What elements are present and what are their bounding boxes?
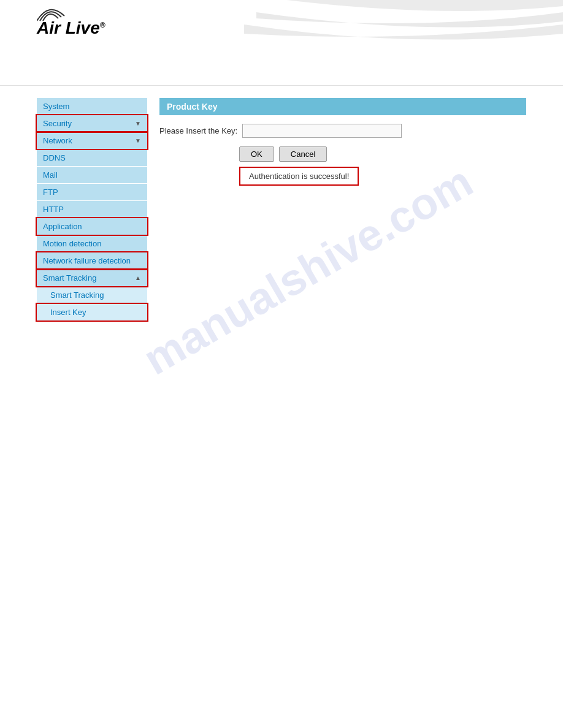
- sidebar-item-http[interactable]: HTTP: [37, 201, 147, 218]
- sidebar-sub-item-smart-tracking[interactable]: Smart Tracking: [37, 287, 147, 303]
- cancel-button[interactable]: Cancel: [279, 146, 327, 162]
- sidebar-item-network[interactable]: Network ▼: [37, 132, 147, 149]
- signal-arcs-icon: [37, 5, 80, 22]
- sidebar-item-mail[interactable]: Mail: [37, 167, 147, 183]
- sidebar-sub-item-insert-key[interactable]: Insert Key: [37, 304, 147, 320]
- sidebar-sub-item-insert-key-label: Insert Key: [50, 308, 86, 317]
- sidebar-item-system-label: System: [43, 102, 69, 111]
- sidebar-item-smart-tracking-label: Smart Tracking: [43, 273, 96, 282]
- sidebar-item-motion-detection[interactable]: Motion detection: [37, 235, 147, 252]
- sidebar-item-network-label: Network: [43, 136, 72, 145]
- sidebar-item-security-label: Security: [43, 119, 72, 128]
- header: Air Live®: [0, 0, 563, 86]
- logo-symbol: ®: [100, 21, 105, 29]
- sidebar-item-security[interactable]: Security ▼: [37, 115, 147, 132]
- key-form-row: Please Insert the Key:: [159, 121, 526, 140]
- content-title: Product Key: [167, 102, 217, 112]
- sidebar-item-application-label: Application: [43, 222, 82, 231]
- ok-button[interactable]: OK: [239, 146, 274, 162]
- sidebar-item-ftp-label: FTP: [43, 188, 58, 197]
- key-label: Please Insert the Key:: [159, 126, 237, 135]
- smart-tracking-expand-icon: ▲: [135, 275, 141, 281]
- main-layout: System Security ▼ Network ▼ DDNS Mail FT…: [0, 86, 563, 333]
- sidebar-sub-item-smart-tracking-label: Smart Tracking: [50, 290, 104, 300]
- sidebar-item-system[interactable]: System: [37, 98, 147, 115]
- logo-area: Air Live®: [37, 18, 105, 38]
- network-expand-icon: ▼: [135, 137, 141, 144]
- sidebar-item-smart-tracking[interactable]: Smart Tracking ▲: [37, 270, 147, 286]
- sidebar-item-ddns-label: DDNS: [43, 153, 66, 162]
- sidebar-item-mail-label: Mail: [43, 170, 58, 180]
- button-row: OK Cancel: [239, 146, 526, 162]
- success-message: Authentication is successful!: [239, 167, 359, 186]
- sidebar-item-network-failure-detection[interactable]: Network failure detection: [37, 252, 147, 269]
- security-expand-icon: ▼: [135, 120, 141, 127]
- content-area: Product Key Please Insert the Key: OK Ca…: [147, 98, 526, 321]
- sidebar-item-ftp[interactable]: FTP: [37, 184, 147, 200]
- sidebar-item-network-failure-detection-label: Network failure detection: [43, 256, 131, 265]
- sidebar: System Security ▼ Network ▼ DDNS Mail FT…: [37, 98, 147, 321]
- sidebar-item-motion-detection-label: Motion detection: [43, 239, 101, 248]
- logo-container: Air Live®: [37, 18, 105, 38]
- content-header: Product Key: [159, 98, 526, 115]
- header-swoosh-icon: [195, 0, 563, 86]
- success-text: Authentication is successful!: [249, 172, 349, 181]
- sidebar-item-ddns[interactable]: DDNS: [37, 150, 147, 166]
- sidebar-item-http-label: HTTP: [43, 205, 64, 214]
- sidebar-item-application[interactable]: Application: [37, 218, 147, 235]
- key-input[interactable]: [242, 124, 402, 138]
